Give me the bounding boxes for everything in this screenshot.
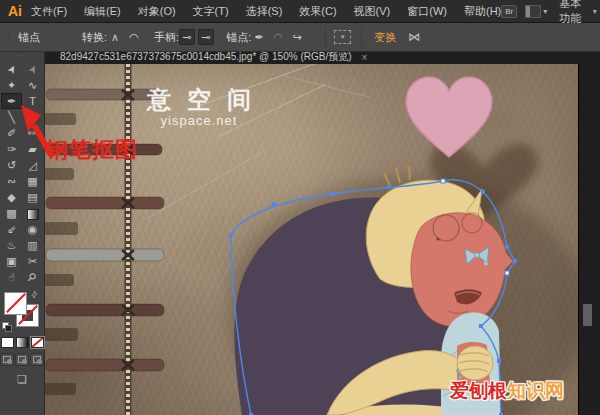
width-tool[interactable]: ∾ (1, 173, 22, 189)
color-chip[interactable] (1, 337, 14, 348)
swap-fill-stroke-icon[interactable]: ⇄ (29, 289, 40, 300)
pencil-tool[interactable]: ✏ (22, 125, 43, 141)
scale-tool[interactable]: ◿ (22, 157, 43, 173)
gradient-chip[interactable] (16, 337, 29, 348)
anchor-icon-2[interactable]: ↪ (289, 29, 305, 45)
default-fill-stroke-icon[interactable] (2, 322, 11, 331)
nail (456, 369, 460, 373)
eraser-tool[interactable]: ▰ (22, 141, 43, 157)
rectangle-tool-icon: ▭ (27, 109, 37, 125)
handle-icon-1[interactable]: ⊸ (198, 29, 214, 45)
workspace-switcher[interactable]: 基本功能 (559, 0, 584, 26)
blob-brush-tool[interactable]: ✑ (1, 141, 22, 157)
paintbrush-tool[interactable]: ✐ (1, 125, 22, 141)
control-bar: ⋮ 锚点 转换: ∧◠ 手柄: ⊸⊸ 锚点: ✒◠↪ ▾ 变换 ⋈ (0, 22, 600, 52)
tools-panel: ▪▪ ➤➤✦∿✒T╲▭✐✏✑▰↺◿∾▦◆▤▩⇙◉♨▥▣✂☝⚲ ⇄ ❏ (0, 50, 45, 415)
chevron-down-icon: ▾ (593, 7, 597, 16)
magic-wand-tool-icon: ✦ (7, 77, 16, 93)
corner-watermark-orange: 知识网 (507, 380, 564, 401)
menu-item-1[interactable]: 编辑(E) (84, 4, 121, 19)
type-tool[interactable]: T (22, 93, 43, 109)
type-tool-icon: T (29, 93, 36, 109)
artboard-tool[interactable]: ▣ (1, 253, 22, 269)
menu-item-0[interactable]: 文件(F) (31, 4, 67, 19)
selection-tool-icon: ➤ (2, 61, 20, 77)
document-tab[interactable]: 82d9427c531e6737373675c0014cdb45.jpg* @ … (44, 50, 352, 64)
watermark-url: yispace.net (99, 113, 299, 128)
scrollbar-thumb[interactable] (583, 304, 592, 326)
rotate-tool-icon: ↺ (7, 157, 16, 173)
rotate-tool[interactable]: ↺ (1, 157, 22, 173)
document-filename: 82d9427c531e6737373675c0014cdb45.jpg* (60, 51, 256, 62)
slice-tool[interactable]: ✂ (22, 253, 43, 269)
mesh-tool[interactable]: ▩ (1, 205, 22, 221)
blend-tool-icon: ◉ (28, 221, 38, 237)
drawing-modes (0, 353, 44, 366)
arrange-documents-icon (525, 5, 541, 18)
gradient-tool[interactable] (22, 205, 43, 221)
convert-anchor-icon-1[interactable]: ◠ (126, 29, 142, 45)
rectangle-tool[interactable]: ▭ (22, 109, 43, 125)
close-icon[interactable]: × (362, 52, 368, 63)
menu-item-8[interactable]: 帮助(H) (464, 4, 501, 19)
menubar-right: Br ▾ 基本功能 ▾ – ▢ (501, 0, 600, 26)
menu-item-5[interactable]: 效果(C) (299, 4, 336, 19)
draw-normal-mode[interactable] (0, 353, 14, 366)
free-transform-tool[interactable]: ▦ (22, 173, 43, 189)
zoom-tool[interactable]: ⚲ (22, 269, 43, 285)
anchor-icons: ✒◠↪ (251, 29, 305, 45)
arrange-documents-button[interactable]: ▾ (525, 5, 547, 18)
draw-behind-mode[interactable] (15, 353, 29, 366)
scale-tool-icon: ◿ (28, 157, 36, 173)
corner-watermark: 爱刨根知识网 (450, 378, 564, 404)
menu-item-3[interactable]: 文字(T) (193, 4, 229, 19)
fill-swatch[interactable] (4, 292, 27, 315)
artboard-canvas[interactable]: 意空间 yispace.net 爱刨根知识网 (44, 64, 578, 415)
gradient-tool-icon (27, 209, 39, 220)
bounding-box-icon[interactable]: ⋈ (408, 30, 420, 44)
eyedropper-tool[interactable]: ⇙ (1, 221, 22, 237)
pen-tool[interactable]: ✒ (1, 93, 22, 109)
anchor-icon-1[interactable]: ◠ (270, 29, 286, 45)
menu-items: 文件(F)编辑(E)对象(O)文字(T)选择(S)效果(C)视图(V)窗口(W)… (31, 4, 501, 19)
menu-item-6[interactable]: 视图(V) (354, 4, 391, 19)
draw-inside-mode[interactable] (30, 353, 44, 366)
lasso-tool[interactable]: ∿ (22, 77, 43, 93)
zoom-tool-icon: ⚲ (24, 268, 41, 285)
blend-tool[interactable]: ◉ (22, 221, 43, 237)
transform-link[interactable]: 变换 (374, 30, 396, 45)
menu-item-7[interactable]: 窗口(W) (407, 4, 447, 19)
eyedropper-tool-icon: ⇙ (7, 221, 16, 237)
symbol-sprayer-tool[interactable]: ♨ (1, 237, 22, 253)
app-logo: Ai (0, 3, 31, 19)
eraser-tool-icon: ▰ (28, 141, 36, 157)
handle-icon-0[interactable]: ⊸ (179, 29, 195, 45)
free-transform-tool-icon: ▦ (27, 173, 37, 189)
shape-builder-tool[interactable]: ◆ (1, 189, 22, 205)
bridge-button[interactable]: Br (501, 5, 517, 18)
screen-mode-button[interactable]: ❏ (0, 373, 44, 386)
direct-selection-tool[interactable]: ➤ (22, 61, 43, 77)
width-tool-icon: ∾ (7, 173, 16, 189)
magic-wand-tool[interactable]: ✦ (1, 77, 22, 93)
document-color-mode: (RGB/预览) (300, 51, 351, 62)
selection-tool[interactable]: ➤ (1, 61, 22, 77)
paint-style-chips (0, 337, 44, 348)
chevron-down-icon: ▾ (341, 33, 345, 41)
vertical-scrollbar[interactable] (578, 64, 600, 415)
menu-item-2[interactable]: 对象(O) (138, 4, 176, 19)
none-chip[interactable] (31, 337, 44, 348)
artboard-tool-icon: ▣ (6, 253, 16, 269)
convert-anchor-icon-0[interactable]: ∧ (107, 29, 123, 45)
line-segment-tool-icon: ╲ (8, 109, 15, 125)
perspective-grid-tool[interactable]: ▤ (22, 189, 43, 205)
watermark-title: 意空间 (99, 84, 299, 116)
menu-item-4[interactable]: 选择(S) (246, 4, 283, 19)
hand-tool[interactable]: ☝ (1, 269, 22, 285)
anchor-icon-0[interactable]: ✒ (251, 29, 267, 45)
lasso-tool-icon: ∿ (28, 77, 37, 93)
column-graph-tool[interactable]: ▥ (22, 237, 43, 253)
line-segment-tool[interactable]: ╲ (1, 109, 22, 125)
fill-stroke-swatches: ⇄ (0, 289, 44, 335)
opacity-dropdown[interactable]: ▾ (334, 30, 351, 44)
